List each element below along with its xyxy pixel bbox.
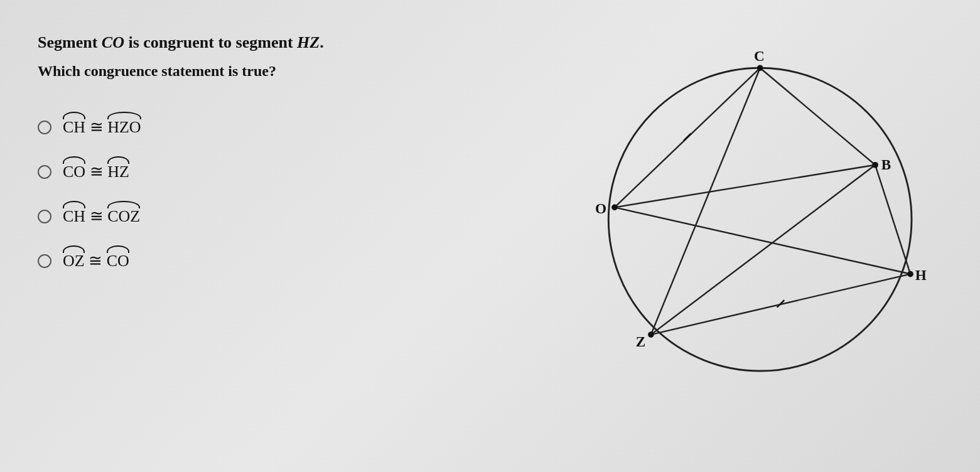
arc-co-d: CO (107, 252, 129, 271)
label-b: B (881, 156, 891, 173)
radio-c[interactable] (38, 210, 51, 223)
congruent-sym-a: ≅ (90, 118, 108, 136)
label-h: H (915, 267, 927, 283)
label-z: Z (636, 333, 645, 350)
label-o: O (595, 200, 606, 217)
option-d-label: OZ ≅ CO (63, 251, 129, 271)
segment-hz: HZ (297, 33, 320, 51)
question-text: Which congruence statement is true? (38, 63, 566, 80)
arc-coz-c: COZ (107, 207, 140, 226)
diagram-svg: C B H Z O (578, 38, 930, 389)
left-panel: Segment CO is congruent to segment HZ. W… (38, 25, 566, 271)
option-d[interactable]: OZ ≅ CO (38, 251, 566, 271)
options-list: CH ≅ HZO CO ≅ HZ CH ≅ (38, 117, 566, 271)
line-cb (760, 68, 875, 164)
arc-ch-a: CH (63, 118, 85, 137)
congruent-sym-b: ≅ (90, 163, 108, 181)
arc-ch-c: CH (63, 207, 85, 226)
line-bh (875, 165, 910, 274)
arc-oz-d: OZ (63, 252, 85, 271)
option-c-label: CH ≅ COZ (63, 206, 140, 226)
right-panel: C B H Z O (566, 25, 942, 389)
diagram-container: C B H Z O (578, 38, 930, 389)
tick-co (684, 134, 691, 141)
label-c: C (754, 48, 765, 64)
arc-hz-b: HZ (107, 163, 129, 181)
option-c[interactable]: CH ≅ COZ (38, 206, 566, 226)
congruent-sym-c: ≅ (90, 207, 108, 225)
line-cz (651, 68, 760, 335)
point-o (611, 205, 618, 211)
line-ob (615, 165, 875, 208)
option-a-label: CH ≅ HZO (63, 117, 141, 137)
option-b[interactable]: CO ≅ HZ (38, 162, 566, 181)
problem-statement: Segment CO is congruent to segment HZ. (38, 31, 566, 54)
option-b-label: CO ≅ HZ (63, 162, 129, 181)
congruent-sym-d: ≅ (89, 252, 107, 270)
point-c (757, 65, 763, 71)
radio-a[interactable] (38, 121, 51, 134)
point-z (648, 331, 654, 338)
segment-co: CO (102, 33, 124, 51)
point-h (907, 271, 913, 277)
option-a[interactable]: CH ≅ HZO (38, 117, 566, 137)
content-area: Segment CO is congruent to segment HZ. W… (0, 0, 980, 472)
radio-b[interactable] (38, 165, 51, 179)
point-b (872, 162, 878, 168)
radio-d[interactable] (38, 254, 51, 268)
line-oh (615, 207, 910, 274)
arc-hzo-a: HZO (107, 118, 141, 137)
arc-co-b: CO (63, 163, 85, 181)
